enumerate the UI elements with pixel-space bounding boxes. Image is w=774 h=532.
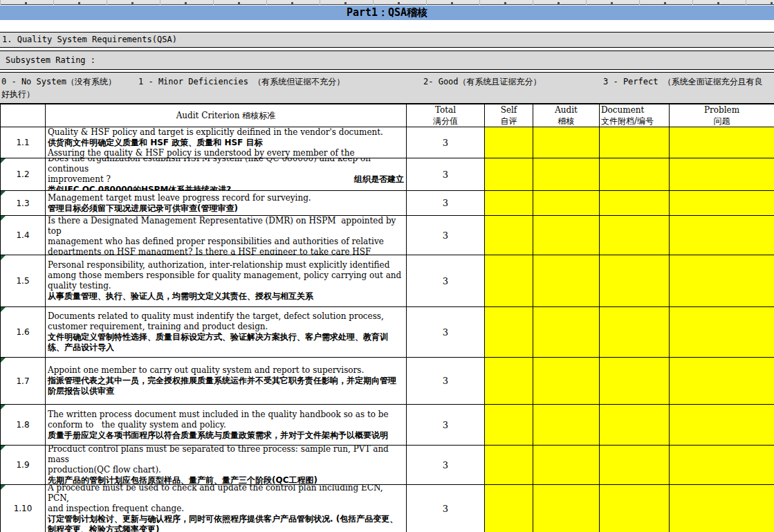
- total-score-cell[interactable]: 3: [407, 405, 485, 446]
- self-score-cell[interactable]: [485, 191, 533, 216]
- criterion-line: Procduct control plans must be separated…: [48, 446, 404, 465]
- criterion-cell[interactable]: Documents related to quality must indent…: [46, 307, 407, 358]
- problem-cell[interactable]: [670, 446, 774, 485]
- total-score-cell[interactable]: 3: [407, 446, 485, 485]
- total-score-cell[interactable]: 3: [407, 191, 485, 216]
- section-header-cell[interactable]: 1. Quality System Requirements(QSA): [0, 32, 774, 48]
- page-title[interactable]: Part1：QSA稽核: [0, 6, 774, 20]
- row-number-cell[interactable]: 1.9: [1, 446, 46, 485]
- audit-score-cell[interactable]: [533, 485, 600, 532]
- document-ref-cell[interactable]: [600, 485, 670, 532]
- problem-cell[interactable]: [670, 216, 774, 255]
- document-ref-cell[interactable]: [600, 255, 670, 307]
- self-score-cell[interactable]: [485, 485, 533, 532]
- criterion-cell[interactable]: Is there a Designated Management Represe…: [46, 216, 407, 255]
- audit-score-cell[interactable]: [533, 158, 600, 191]
- problem-cell[interactable]: [670, 158, 774, 191]
- header-self[interactable]: Self 自评: [485, 104, 533, 127]
- document-ref-cell[interactable]: [600, 358, 670, 405]
- problem-cell[interactable]: [670, 191, 774, 216]
- self-score-cell[interactable]: [485, 255, 533, 307]
- total-score: 3: [443, 420, 448, 430]
- total-score-cell[interactable]: 3: [407, 127, 485, 158]
- audit-score-cell[interactable]: [533, 405, 600, 446]
- audit-score-cell[interactable]: [533, 446, 600, 485]
- total-score-cell[interactable]: 3: [407, 255, 485, 307]
- problem-cell[interactable]: [670, 255, 774, 307]
- problem-cell[interactable]: [670, 485, 774, 532]
- header-audit[interactable]: Audit 稽核: [533, 104, 600, 127]
- audit-score-cell[interactable]: [533, 255, 600, 307]
- criterion-line: 从事质量管理、执行、验证人员，均需明文定义其责任、授权与相互关系: [48, 291, 404, 302]
- audit-score-cell[interactable]: [533, 358, 600, 405]
- criterion-cell[interactable]: Personal responsibility, authorization, …: [46, 255, 407, 307]
- self-score-cell[interactable]: [485, 158, 533, 191]
- total-score: 3: [443, 327, 448, 338]
- row-number-cell[interactable]: 1.3: [1, 191, 46, 216]
- row-number-cell[interactable]: 1.10: [1, 485, 46, 532]
- criterion-cell[interactable]: Quality & HSF policy and target is expli…: [46, 127, 407, 158]
- total-score-cell[interactable]: 3: [407, 485, 485, 532]
- row-number-cell[interactable]: 1.2: [1, 158, 46, 191]
- self-score-cell[interactable]: [485, 405, 533, 446]
- subsystem-rating-cell[interactable]: Subsystem Rating :: [0, 51, 774, 70]
- table-row: 1.3Management target must leave progress…: [1, 191, 774, 216]
- criterion-line: 类似IEC QC 080000的HSPM体系并持续改进?: [48, 185, 404, 191]
- criterion-cell[interactable]: Management target must leave progress re…: [46, 191, 407, 216]
- header-criterion[interactable]: Audit Criterion 稽核标准: [46, 104, 407, 127]
- document-ref-cell[interactable]: [600, 158, 670, 191]
- audit-score-cell[interactable]: [533, 127, 600, 158]
- criterion-cell[interactable]: Does the organization establish HSPM sys…: [46, 158, 407, 191]
- problem-cell[interactable]: [670, 405, 774, 446]
- error-indicator-triangle: [1, 485, 6, 490]
- header-corner-cell[interactable]: [1, 104, 46, 127]
- header-problem-en: Problem: [670, 104, 774, 116]
- row-number-cell[interactable]: 1.8: [1, 405, 46, 446]
- audit-score-cell[interactable]: [533, 216, 600, 255]
- total-score-cell[interactable]: 3: [407, 216, 485, 255]
- row-number-cell[interactable]: 1.6: [1, 307, 46, 358]
- header-total-zh: 满分值: [407, 116, 484, 127]
- header-problem[interactable]: Problem 问题: [670, 104, 774, 127]
- row-number: 1.7: [16, 376, 29, 386]
- document-ref-cell[interactable]: [600, 307, 670, 358]
- header-document[interactable]: Document 文件附档/编号: [600, 104, 670, 127]
- row-number-cell[interactable]: 1.1: [1, 127, 46, 158]
- problem-cell[interactable]: [670, 358, 774, 405]
- criterion-cell[interactable]: The written process document must includ…: [46, 405, 407, 446]
- total-score: 3: [443, 169, 448, 180]
- total-score-cell[interactable]: 3: [407, 307, 485, 358]
- row-number-cell[interactable]: 1.7: [1, 358, 46, 405]
- criterion-line: 订定管制计划检讨、更新与确认程序，同时可依照程序提供客户产品管制状况. (包括产…: [48, 514, 404, 532]
- row-number-cell[interactable]: 1.4: [1, 216, 46, 255]
- rating-3: 3 - Perfect （系统全面证据充分且有良: [603, 77, 763, 87]
- total-score: 3: [443, 376, 448, 386]
- audit-score-cell[interactable]: [533, 307, 600, 358]
- criterion-cell[interactable]: Appoint one member to carry out quality …: [46, 358, 407, 405]
- row-number-cell[interactable]: 1.5: [1, 255, 46, 307]
- rating-scale-cell[interactable]: 0 - No System（没有系统） 1 - Minor Deficienci…: [0, 72, 774, 104]
- row-number: 1.4: [16, 230, 29, 240]
- document-ref-cell[interactable]: [600, 405, 670, 446]
- self-score-cell[interactable]: [485, 446, 533, 485]
- row-number: 1.8: [16, 420, 29, 430]
- document-ref-cell[interactable]: [600, 127, 670, 158]
- criterion-line: A procedure must be used to check and up…: [48, 485, 404, 504]
- self-score-cell[interactable]: [485, 127, 533, 158]
- audit-score-cell[interactable]: [533, 191, 600, 216]
- criterion-line: 质量手册应定义各项书面程序以符合质量系统与质量政策需求，并对于文件架构予以概要说…: [48, 430, 404, 441]
- document-ref-cell[interactable]: [600, 446, 670, 485]
- total-score-cell[interactable]: 3: [407, 358, 485, 405]
- row-number: 1.5: [16, 276, 29, 286]
- problem-cell[interactable]: [670, 127, 774, 158]
- problem-cell[interactable]: [670, 307, 774, 358]
- self-score-cell[interactable]: [485, 216, 533, 255]
- self-score-cell[interactable]: [485, 358, 533, 405]
- criterion-cell[interactable]: Procduct control plans must be separated…: [46, 446, 407, 485]
- self-score-cell[interactable]: [485, 307, 533, 358]
- document-ref-cell[interactable]: [600, 216, 670, 255]
- total-score-cell[interactable]: 3: [407, 158, 485, 191]
- criterion-cell[interactable]: A procedure must be used to check and up…: [46, 485, 407, 532]
- header-total[interactable]: Total 满分值: [407, 104, 485, 127]
- document-ref-cell[interactable]: [600, 191, 670, 216]
